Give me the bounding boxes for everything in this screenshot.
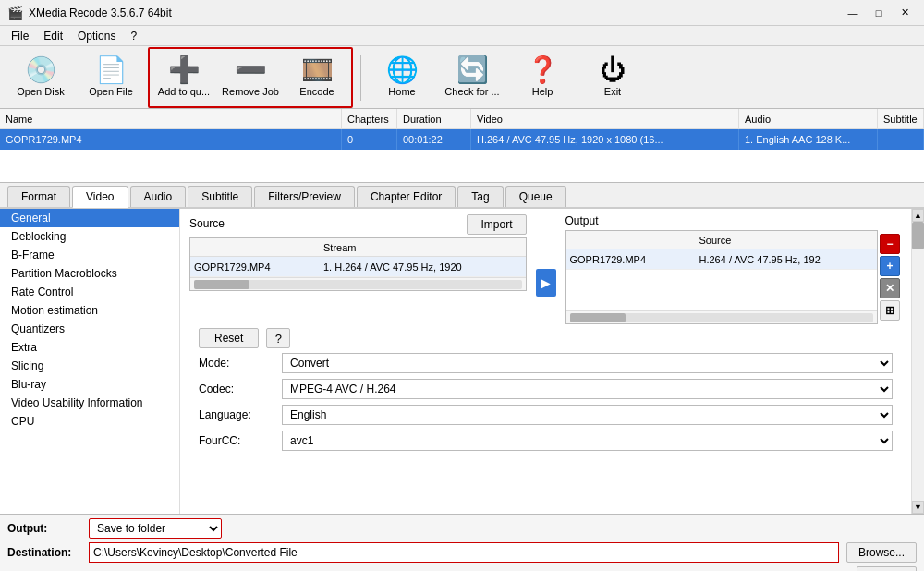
destination-row: Destination: Browse... [7, 542, 917, 563]
app-icon: 🎬 [7, 6, 23, 20]
tab-queue[interactable]: Queue [505, 186, 566, 207]
file-list-header: Name Chapters Duration Video Audio Subti… [0, 109, 924, 129]
home-label: Home [388, 86, 415, 97]
close-button[interactable]: ✕ [893, 5, 917, 21]
output-section: Output Source GOPR1729.MP4 H.264 / [565, 214, 903, 324]
delete-output-button[interactable]: ✕ [880, 278, 900, 298]
minimize-button[interactable]: — [841, 5, 865, 21]
scroll-track-v [912, 222, 924, 501]
maximize-button[interactable]: □ [867, 5, 891, 21]
exit-icon: ⏻ [600, 57, 626, 83]
check-for-label: Check for ... [444, 86, 499, 97]
open-file-icon: 📄 [95, 57, 128, 83]
sidebar-item-motion[interactable]: Motion estimation [0, 301, 179, 320]
fourcc-select[interactable]: avc1 [282, 431, 893, 451]
open-disk-icon: 💿 [25, 57, 57, 83]
output-wrapper: Source GOPR1729.MP4 H.264 / AVC 47.95 Hz… [565, 230, 903, 324]
question-button[interactable]: ? [266, 328, 290, 348]
tab-format[interactable]: Format [7, 186, 70, 207]
output-scrollbar-h[interactable] [566, 310, 878, 323]
browse-button[interactable]: Browse... [846, 542, 917, 563]
sidebar-item-bluray[interactable]: Blu-ray [0, 375, 179, 394]
codec-select[interactable]: MPEG-4 AVC / H.264 [282, 379, 893, 399]
check-for-button[interactable]: 🔄 Check for ... [439, 50, 505, 105]
scroll-down-arrow[interactable]: ▼ [912, 501, 924, 514]
col-audio: Audio [739, 109, 878, 128]
open-disk-label: Open Disk [17, 86, 64, 97]
home-button[interactable]: 🌐 Home [369, 50, 435, 105]
title-bar: 🎬 XMedia Recode 3.5.6.7 64bit — □ ✕ [0, 0, 924, 26]
window-controls: — □ ✕ [841, 5, 917, 21]
sidebar-item-slicing[interactable]: Slicing [0, 357, 179, 375]
encode-label: Encode [299, 86, 334, 97]
sidebar-item-partition[interactable]: Partition Macroblocks [0, 264, 179, 283]
add-to-queue-button[interactable]: ➕ Add to qu... [151, 50, 217, 105]
output-bottom-label: Output: [7, 522, 81, 535]
exit-label: Exit [604, 86, 621, 97]
tab-tag[interactable]: Tag [457, 186, 503, 207]
add-output-button[interactable]: + [880, 256, 900, 276]
file-list-row[interactable]: GOPR1729.MP4 0 00:01:22 H.264 / AVC 47.9… [0, 129, 924, 150]
options-row: Overwrite Don't overwrite (Automatically… [7, 566, 917, 571]
sidebar-item-quantizers[interactable]: Quantizers [0, 320, 179, 338]
sidebar-item-extra[interactable]: Extra [0, 338, 179, 357]
import-button[interactable]: Import [467, 214, 526, 235]
remove-job-button[interactable]: ➖ Remove Job [217, 50, 284, 105]
scroll-up-arrow[interactable]: ▲ [912, 209, 924, 222]
source-scrollbar-h[interactable] [190, 277, 526, 290]
encode-button[interactable]: 🎞️ Encode [284, 50, 350, 105]
col-video: Video [471, 109, 739, 128]
add-to-queue-icon: ➕ [168, 57, 201, 83]
tab-video[interactable]: Video [72, 186, 128, 208]
source-table-row[interactable]: GOPR1729.MP4 1. H.264 / AVC 47.95 Hz, 19… [190, 257, 526, 277]
mode-row: Mode: Convert [199, 352, 893, 374]
output-table-row[interactable]: GOPR1729.MP4 H.264 / AVC 47.95 Hz, 192 [566, 249, 878, 270]
output-row-source: H.264 / AVC 47.95 Hz, 192 [696, 254, 878, 265]
open-disk-button[interactable]: 💿 Open Disk [7, 50, 74, 105]
open-button[interactable]: Open... [857, 566, 917, 571]
check-for-icon: 🔄 [456, 57, 489, 83]
sidebar-item-cpu[interactable]: CPU [0, 412, 179, 431]
reset-button[interactable]: Reset [199, 328, 259, 348]
help-button[interactable]: ❓ Help [509, 50, 576, 105]
output-row: Output: Save to folderSave to source fol… [7, 518, 917, 539]
arrow-button[interactable]: ▶ [536, 269, 556, 297]
source-scroll-thumb [194, 280, 249, 289]
output-folder-select[interactable]: Save to folderSave to source folderSave … [89, 518, 222, 539]
settings-area: Mode: Convert Codec: MPEG-4 AVC / H.264 … [189, 352, 902, 456]
remove-output-button[interactable]: − [880, 234, 900, 254]
sidebar: General Deblocking B-Frame Partition Mac… [0, 209, 180, 514]
toolbar: 💿 Open Disk 📄 Open File ➕ Add to qu... ➖… [0, 46, 924, 109]
scroll-thumb-v [912, 222, 924, 249]
menu-edit[interactable]: Edit [36, 28, 70, 44]
help-icon: ❓ [527, 57, 559, 83]
sidebar-item-rate-control[interactable]: Rate Control [0, 283, 179, 301]
tab-audio[interactable]: Audio [130, 186, 187, 207]
mode-select[interactable]: Convert [282, 353, 893, 373]
sidebar-item-general[interactable]: General [0, 209, 179, 227]
destination-input[interactable] [89, 542, 839, 563]
tab-subtitle[interactable]: Subtitle [188, 186, 252, 207]
fourcc-label: FourCC: [199, 434, 282, 447]
grid-output-button[interactable]: ⊞ [880, 300, 900, 321]
output-side-buttons: − + ✕ ⊞ [878, 230, 902, 324]
menu-help[interactable]: ? [123, 28, 144, 44]
source-section: Source Import Stream GOPR1729.MP4 1. H.2… [189, 214, 527, 291]
sidebar-item-deblocking[interactable]: Deblocking [0, 227, 179, 246]
menu-options[interactable]: Options [70, 28, 123, 44]
main-scrollbar-v[interactable]: ▲ ▼ [911, 209, 924, 514]
tab-filters-preview[interactable]: Filters/Preview [254, 186, 355, 207]
sidebar-item-vui[interactable]: Video Usability Information [0, 394, 179, 412]
help-label: Help [532, 86, 553, 97]
language-row: Language: English [199, 404, 893, 426]
menu-file[interactable]: File [4, 28, 36, 44]
open-file-button[interactable]: 📄 Open File [78, 50, 144, 105]
output-scroll-thumb [570, 313, 626, 322]
exit-button[interactable]: ⏻ Exit [579, 50, 646, 105]
output-scroll-track [570, 313, 874, 322]
sidebar-item-bframe[interactable]: B-Frame [0, 246, 179, 264]
tab-chapter-editor[interactable]: Chapter Editor [357, 186, 456, 207]
source-col-stream: Stream [320, 242, 526, 253]
language-select[interactable]: English [282, 405, 893, 425]
destination-label: Destination: [7, 546, 81, 559]
